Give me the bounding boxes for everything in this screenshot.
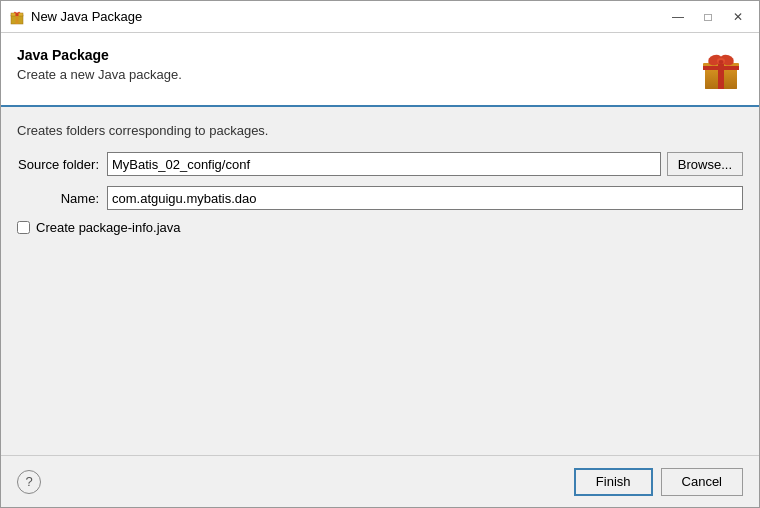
help-button[interactable]: ? [17,470,41,494]
name-label: Name: [17,191,107,206]
checkbox-row: Create package-info.java [17,220,743,235]
create-package-info-label[interactable]: Create package-info.java [36,220,181,235]
title-bar-text: New Java Package [31,9,665,24]
maximize-button[interactable]: □ [695,7,721,27]
create-package-info-checkbox[interactable] [17,221,30,234]
source-folder-label: Source folder: [17,157,107,172]
close-button[interactable]: ✕ [725,7,751,27]
svg-rect-3 [16,13,19,16]
name-row: Name: [17,186,743,210]
browse-button[interactable]: Browse... [667,152,743,176]
finish-button[interactable]: Finish [574,468,653,496]
body-section: Creates folders corresponding to package… [1,107,759,455]
header-description: Create a new Java package. [17,67,699,82]
svg-point-12 [719,60,724,64]
gift-icon [699,47,743,91]
header-text-block: Java Package Create a new Java package. [17,47,699,82]
minimize-button[interactable]: — [665,7,691,27]
action-buttons: Finish Cancel [574,468,743,496]
svg-rect-8 [703,66,739,70]
info-text: Creates folders corresponding to package… [17,123,743,138]
cancel-button[interactable]: Cancel [661,468,743,496]
new-java-package-dialog: New Java Package — □ ✕ Java Package Crea… [0,0,760,508]
source-folder-input[interactable] [107,152,661,176]
name-input[interactable] [107,186,743,210]
title-bar: New Java Package — □ ✕ [1,1,759,33]
header-title: Java Package [17,47,699,63]
title-bar-controls: — □ ✕ [665,7,751,27]
source-folder-row: Source folder: Browse... [17,152,743,176]
bottom-bar: ? Finish Cancel [1,455,759,507]
package-icon [9,9,25,25]
header-section: Java Package Create a new Java package. [1,33,759,107]
